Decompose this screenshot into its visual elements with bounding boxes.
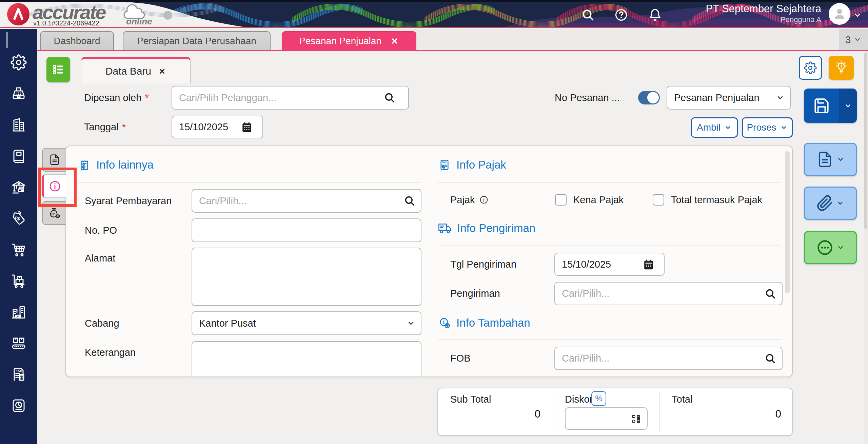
- help-icon[interactable]: [614, 8, 628, 22]
- calendar-icon[interactable]: [241, 121, 253, 133]
- save-button[interactable]: [804, 89, 839, 123]
- fixed-asset-icon[interactable]: [11, 304, 27, 320]
- info-circle-icon[interactable]: [479, 195, 489, 205]
- total-termasuk-pajak-checkbox[interactable]: [653, 194, 664, 206]
- inventory-trolley-icon[interactable]: [11, 273, 27, 289]
- ledger-book-icon[interactable]: [11, 148, 27, 164]
- calendar-icon[interactable]: [643, 258, 655, 271]
- pajak-label: Pajak: [450, 193, 489, 207]
- totals-divider: [553, 392, 553, 431]
- page-scrollbar-thumb[interactable]: [864, 53, 867, 229]
- attachment-button[interactable]: [804, 187, 857, 220]
- label-text: Cabang: [85, 318, 119, 329]
- tab-dashboard[interactable]: Dashboard: [40, 31, 114, 50]
- search-icon[interactable]: [765, 288, 776, 300]
- sales-order-content: Data Baru Dipesan oleh * No Pesanan ... …: [37, 51, 868, 444]
- bank-icon[interactable]: [11, 179, 27, 195]
- kena-pajak-checkbox[interactable]: [555, 194, 567, 206]
- sub-total-label: Sub Total: [450, 394, 491, 405]
- dipesan-oleh-label: Dipesan oleh *: [84, 86, 149, 110]
- label-text: No Pesanan ...: [555, 92, 620, 103]
- cash-register-icon[interactable]: [11, 85, 27, 102]
- keterangan-textarea[interactable]: [192, 341, 421, 377]
- chevron-down-icon: [836, 155, 845, 163]
- section-title: Info Pengiriman: [457, 222, 535, 235]
- avatar[interactable]: [829, 3, 850, 25]
- company-building-icon[interactable]: [11, 117, 27, 133]
- fob-search-input[interactable]: [554, 347, 783, 370]
- top-dark-strip: [0, 0, 868, 2]
- delivery-truck-icon: [438, 221, 452, 235]
- user-menu-chevron-icon[interactable]: [853, 11, 862, 20]
- required-asterisk: *: [145, 92, 149, 103]
- section-title: Info Pajak: [456, 158, 506, 171]
- label-text: Pengiriman: [450, 288, 500, 299]
- proses-button[interactable]: Proses: [742, 117, 793, 138]
- search-icon[interactable]: [404, 195, 415, 207]
- tab-label: Persiapan Data Perusahaan: [137, 36, 256, 46]
- pelanggan-search-input[interactable]: [172, 86, 409, 110]
- receipt-info-icon: [78, 158, 91, 171]
- more-actions-button[interactable]: [804, 231, 857, 264]
- page-scrollbar[interactable]: [864, 51, 868, 444]
- close-tab-icon[interactable]: [390, 37, 399, 45]
- preview-document-button[interactable]: [804, 143, 857, 176]
- search-icon[interactable]: [384, 92, 395, 103]
- price-tag-rp-icon[interactable]: [11, 210, 27, 227]
- notifications-bell-icon[interactable]: [648, 8, 662, 22]
- open-tabs-counter[interactable]: 3: [839, 29, 868, 50]
- chevron-down-icon: [836, 199, 844, 207]
- accurate-logo-icon[interactable]: [7, 3, 30, 26]
- tips-button[interactable]: [829, 56, 854, 80]
- pengiriman-search-input[interactable]: [554, 282, 783, 305]
- save-split-button[interactable]: [804, 89, 857, 123]
- sub-total-value: 0: [500, 408, 540, 420]
- report-pie-icon[interactable]: [11, 398, 27, 414]
- no-pesanan-auto-toggle[interactable]: [638, 91, 660, 104]
- tax-document-icon[interactable]: [11, 366, 27, 383]
- chevron-down-icon: [780, 123, 788, 132]
- alamat-textarea[interactable]: [192, 248, 421, 306]
- section-divider: [438, 340, 781, 340]
- data-baru-label: Data Baru: [105, 65, 151, 77]
- info-lainnya-header: Info lainnya: [78, 158, 154, 171]
- sidebar-scrollbar-thumb[interactable]: [6, 32, 8, 48]
- tab-persiapan-data-perusahaan[interactable]: Persiapan Data Perusahaan: [123, 31, 271, 50]
- search-icon[interactable]: [765, 353, 776, 364]
- form-settings-button[interactable]: [799, 56, 822, 80]
- search-icon[interactable]: [581, 8, 595, 22]
- syarat-pembayaran-label: Syarat Pembayaran: [85, 189, 172, 213]
- label-text: Alamat: [85, 253, 115, 264]
- version-label: v1.0.1#3224-2069422: [33, 19, 99, 27]
- purchase-cart-icon[interactable]: [11, 242, 27, 258]
- doc-type-value: Pesanan Penjualan: [674, 92, 760, 103]
- document-icon: [816, 151, 834, 168]
- ambil-button[interactable]: Ambil: [691, 117, 738, 138]
- no-pesanan-label: No Pesanan ...: [555, 86, 620, 110]
- close-data-baru-icon[interactable]: [158, 67, 166, 75]
- counter-value: 3: [845, 34, 851, 45]
- syarat-pembayaran-input[interactable]: [192, 189, 421, 213]
- status-dot: [163, 11, 172, 20]
- settings-gear-icon[interactable]: [11, 54, 27, 71]
- alamat-label: Alamat: [85, 253, 115, 264]
- person-icon: [832, 7, 847, 21]
- doc-type-dropdown[interactable]: Pesanan Penjualan: [667, 86, 791, 110]
- list-view-button[interactable]: [46, 57, 70, 82]
- paperclip-icon: [816, 195, 833, 212]
- panel-scrollbar-thumb[interactable]: [785, 151, 790, 293]
- tab-pesanan-penjualan[interactable]: Pesanan Penjualan: [282, 31, 416, 50]
- calculator-icon[interactable]: [630, 413, 642, 425]
- highlight-annotation-box: [38, 168, 77, 207]
- pengiriman-label: Pengiriman: [450, 282, 500, 305]
- save-options-button[interactable]: [839, 89, 857, 123]
- section-title: Info Tambahan: [456, 316, 530, 329]
- diskon-label: Diskon: [565, 394, 595, 405]
- label-text: Keterangan: [85, 347, 136, 358]
- cabang-dropdown[interactable]: Kantor Pusat: [192, 311, 421, 335]
- company-name: PT September Sejahtera: [706, 2, 821, 15]
- tab-data-baru[interactable]: Data Baru: [81, 57, 191, 83]
- diskon-percent-badge[interactable]: %: [591, 391, 606, 406]
- manufacture-conveyor-icon[interactable]: [11, 335, 27, 351]
- no-po-input[interactable]: [192, 218, 421, 242]
